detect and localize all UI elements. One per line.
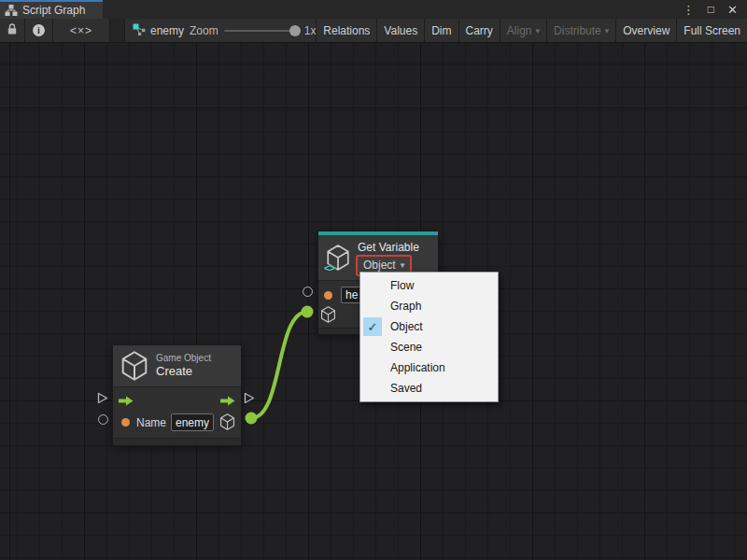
close-icon[interactable]: ✕ [727, 4, 738, 16]
node-title: Create [156, 364, 211, 379]
window-menu-icon[interactable]: ⋮ [683, 4, 695, 16]
create-header: Game Object Create [113, 345, 241, 387]
name-param-port[interactable] [121, 418, 130, 427]
name-param-input[interactable] [171, 413, 214, 431]
graph-toolbar: i <×> enemy Zoom [0, 19, 747, 43]
chevron-down-icon: ▾ [536, 26, 541, 35]
zoom-slider[interactable] [224, 30, 299, 32]
lock-icon [7, 22, 18, 38]
menu-item-scene[interactable]: Scene [360, 337, 498, 357]
get-variable-value-port[interactable] [303, 287, 313, 297]
menu-item-object[interactable]: ✓ Object [360, 316, 498, 337]
menu-item-flow[interactable]: Flow [360, 275, 498, 296]
title-bar: Script Graph ⋮ □ ✕ [0, 0, 747, 19]
script-graph-icon [133, 23, 146, 38]
distribute-dropdown-button[interactable]: Distribute ▾ [547, 19, 616, 42]
create-flow-in-port[interactable] [97, 392, 108, 404]
zoom-label: Zoom [190, 24, 218, 37]
align-dropdown-button[interactable]: Align ▾ [500, 19, 547, 42]
node-category: Game Object [156, 353, 211, 364]
zoom-control: Zoom 1x [190, 24, 316, 37]
graph-hierarchy-icon [5, 4, 18, 17]
tab-title: Script Graph [22, 4, 85, 17]
create-flow-out-port[interactable] [244, 392, 255, 404]
zoom-value: 1x [304, 24, 317, 37]
zoom-slider-knob[interactable] [289, 25, 301, 36]
info-icon: i [33, 24, 45, 36]
relations-button[interactable]: Relations [317, 19, 377, 42]
graph-canvas[interactable]: <> Get Variable Object ▾ [0, 43, 747, 560]
graph-selector[interactable]: enemy [133, 23, 184, 38]
check-icon: ✓ [363, 317, 382, 336]
wire-endpoint-source[interactable] [246, 413, 258, 425]
variable-cube-icon: <> [326, 245, 350, 271]
create-body: Name [113, 387, 241, 438]
name-param-label: Name [136, 416, 166, 429]
menu-item-graph[interactable]: Graph [360, 296, 498, 316]
values-button[interactable]: Values [377, 19, 425, 42]
gameobject-output-port-icon[interactable] [219, 413, 235, 434]
gameobject-input-port-icon[interactable] [320, 306, 336, 327]
maximize-icon[interactable]: □ [708, 4, 714, 15]
lock-button[interactable] [0, 19, 25, 42]
menu-item-application[interactable]: Application [360, 357, 498, 378]
wire-endpoint-target[interactable] [302, 306, 314, 318]
create-footer [113, 438, 241, 445]
overview-button[interactable]: Overview [616, 19, 677, 42]
node-title: Get Variable [358, 241, 419, 254]
variable-scope-menu: Flow Graph ✓ Object Scene Application Sa… [359, 272, 499, 402]
full-screen-button[interactable]: Full Screen [677, 19, 747, 42]
carry-button[interactable]: Carry [459, 19, 500, 42]
chevron-down-icon: ▾ [605, 26, 610, 35]
menu-item-saved[interactable]: Saved [360, 378, 498, 399]
code-preview-button[interactable]: <×> [53, 19, 110, 42]
window-controls: ⋮ □ ✕ [683, 0, 747, 19]
toolbar-main-segment: enemy Zoom 1x [125, 19, 317, 42]
graph-name: enemy [150, 24, 184, 37]
info-button[interactable]: i [25, 19, 53, 42]
create-name-in-port[interactable] [98, 414, 108, 425]
tab-script-graph[interactable]: Script Graph [0, 0, 103, 19]
create-gameobject-node[interactable]: Game Object Create Name [112, 344, 242, 446]
gameobject-cube-icon [120, 351, 148, 381]
variable-name-port[interactable] [324, 291, 332, 300]
script-graph-window: Script Graph ⋮ □ ✕ i <×> [0, 0, 747, 560]
dim-button[interactable]: Dim [425, 19, 458, 42]
flow-output-arrow-icon[interactable] [220, 396, 235, 406]
code-icon: <×> [70, 24, 92, 37]
chevron-down-icon: ▾ [401, 259, 405, 272]
flow-input-arrow-icon[interactable] [119, 396, 134, 406]
toolbar-spacer [110, 19, 125, 42]
